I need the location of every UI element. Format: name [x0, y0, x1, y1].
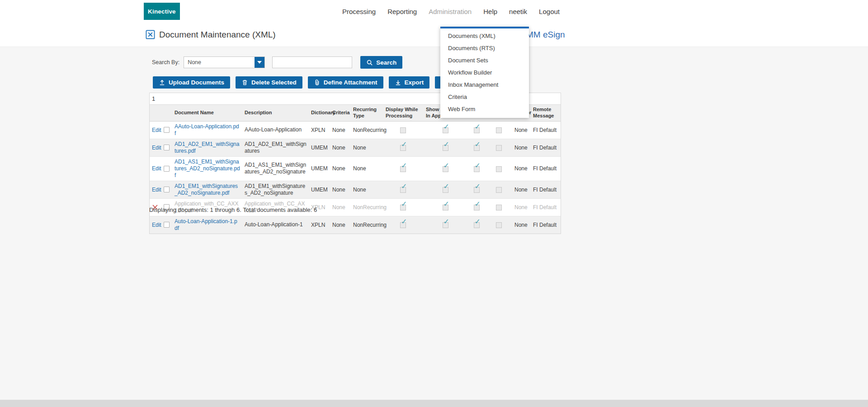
- dictionary-cell: UMEM: [309, 157, 330, 181]
- edit-link[interactable]: Edit: [152, 187, 161, 193]
- show-other-app-checked-indicator: ✓: [443, 165, 449, 172]
- archive-cell: ✓: [468, 216, 486, 234]
- define-attachment-button[interactable]: Define Attachment: [308, 76, 383, 89]
- show-other-app-checked-indicator: ✓: [443, 221, 449, 228]
- document-name-link[interactable]: Auto-Loan-Application-1.pdf: [175, 218, 240, 232]
- display-while-processing-cell: ✓: [383, 216, 424, 234]
- vendor-cell: None: [512, 139, 531, 156]
- edit-link[interactable]: Edit: [152, 222, 161, 228]
- description-cell: AAuto-Loan-Application: [242, 122, 309, 139]
- dictionary-cell: XPLN: [309, 216, 330, 234]
- nav-item-help[interactable]: Help: [483, 8, 497, 15]
- attachment-cell: [486, 157, 512, 181]
- column-header-description: Description: [242, 105, 309, 121]
- table-row: Edit AD1_EM1_withSignatures_AD2_noSignat…: [150, 181, 561, 198]
- remote-message-cell: FI Default: [531, 199, 561, 216]
- page-number[interactable]: 1: [152, 95, 155, 102]
- esign-brand: MM eSign: [526, 23, 565, 47]
- remote-message-cell: FI Default: [531, 139, 561, 156]
- nav-item-neetik[interactable]: neetik: [509, 8, 527, 15]
- description-cell: Auto-Loan-Application-1: [242, 216, 309, 234]
- row-checkbox[interactable]: [164, 145, 170, 150]
- recurring-type-cell: NonRecurring: [351, 199, 383, 216]
- table-row: Edit AD1_AS1_EM1_withSignatures_AD2_noSi…: [150, 156, 561, 181]
- paperclip-icon: [314, 79, 321, 86]
- document-name-cell: AD1_AD2_EM1_withSignatures.pdf: [172, 139, 242, 156]
- table-body: Edit AAuto-Loan-Application.pdf AAuto-Lo…: [150, 122, 561, 234]
- remote-message-cell: FI Default: [531, 216, 561, 234]
- select-cell: [161, 139, 172, 156]
- display-while-processing-cell: ✓: [383, 199, 424, 216]
- documents-summary: Displaying documents: 1 through 6. Total…: [149, 206, 317, 213]
- vendor-cell: None: [512, 216, 531, 234]
- attachment-cell: [486, 139, 512, 156]
- export-button[interactable]: Export: [389, 76, 430, 89]
- archive-checked-indicator: ✓: [474, 126, 481, 133]
- attachment-cell: [486, 122, 512, 139]
- vendor-cell: None: [512, 199, 531, 216]
- document-name-link[interactable]: AD1_AD2_EM1_withSignatures.pdf: [175, 141, 240, 154]
- select-cell: [161, 216, 172, 234]
- dictionary-cell: XPLN: [309, 122, 330, 139]
- display-while-processing-checked-indicator: ✓: [400, 221, 407, 228]
- table-row: Edit Auto-Loan-Application-1.pdf Auto-Lo…: [150, 216, 561, 234]
- row-checkbox[interactable]: [164, 187, 170, 192]
- show-other-app-checked-indicator: ✓: [443, 204, 449, 211]
- recurring-type-cell: None: [351, 181, 383, 198]
- nav-item-processing[interactable]: Processing: [342, 8, 376, 15]
- bottom-strip: [0, 400, 868, 407]
- show-other-app-cell: ✓: [424, 181, 468, 198]
- row-checkbox[interactable]: [164, 166, 170, 172]
- search-input[interactable]: [272, 56, 352, 68]
- criteria-cell: None: [330, 122, 351, 139]
- remote-message-cell: FI Default: [531, 157, 561, 181]
- archive-cell: ✓: [468, 199, 486, 216]
- kinective-logo[interactable]: Kinective: [144, 3, 180, 20]
- button-label: Define Attachment: [324, 79, 377, 86]
- document-name-link[interactable]: AAuto-Loan-Application.pdf: [175, 123, 240, 137]
- document-name-cell: Auto-Loan-Application-1.pdf: [172, 216, 242, 234]
- display-while-processing-cell: ✓: [383, 181, 424, 198]
- recurring-type-cell: None: [351, 139, 383, 156]
- dictionary-cell: UMEM: [309, 139, 330, 156]
- search-by-select[interactable]: None: [184, 56, 265, 68]
- vendor-cell: None: [512, 157, 531, 181]
- attachment-unchecked-indicator: [496, 221, 503, 228]
- edit-link[interactable]: Edit: [152, 145, 161, 151]
- edit-link[interactable]: Edit: [152, 127, 161, 133]
- document-name-cell: AAuto-Loan-Application.pdf: [172, 122, 242, 139]
- archive-checked-indicator: ✓: [474, 144, 481, 151]
- upload-documents-button[interactable]: Upload Documents: [153, 76, 230, 89]
- attachment-unchecked-indicator: [496, 165, 503, 172]
- attachment-unchecked-indicator: [496, 186, 503, 193]
- attachment-cell: [486, 181, 512, 198]
- criteria-cell: None: [330, 199, 351, 216]
- nav-item-administration[interactable]: Administration: [429, 8, 472, 15]
- top-navbar: Kinective ProcessingReportingAdministrat…: [0, 0, 868, 23]
- show-other-app-cell: ✓: [424, 199, 468, 216]
- menu-item-documents-rts[interactable]: Documents (RTS): [440, 42, 529, 54]
- menu-item-document-sets[interactable]: Document Sets: [440, 54, 529, 66]
- menu-item-documents-xml[interactable]: Documents (XML): [440, 30, 529, 42]
- menu-item-workflow-builder[interactable]: Workflow Builder: [440, 66, 529, 79]
- show-other-app-cell: ✓: [424, 139, 468, 156]
- column-header-remote-message: Remote Message: [531, 105, 561, 121]
- nav-item-reporting[interactable]: Reporting: [387, 8, 417, 15]
- document-name-link[interactable]: AD1_EM1_withSignatures_AD2_noSignature.p…: [175, 183, 240, 196]
- menu-item-criteria[interactable]: Criteria: [440, 91, 529, 103]
- search-button[interactable]: Search: [360, 56, 402, 69]
- attachment-cell: [486, 199, 512, 216]
- edit-link[interactable]: Edit: [152, 165, 161, 172]
- search-button-label: Search: [376, 59, 396, 66]
- delete-selected-button[interactable]: Delete Selected: [236, 76, 302, 89]
- nav-item-logout[interactable]: Logout: [539, 8, 560, 15]
- action-cell: Edit: [150, 139, 161, 156]
- document-name-link[interactable]: AD1_AS1_EM1_withSignatures_AD2_noSignatu…: [175, 159, 240, 179]
- description-cell: AD1_AS1_EM1_withSignatures_AD2_noSignatu…: [242, 157, 309, 181]
- menu-item-web-form[interactable]: Web Form: [440, 103, 529, 115]
- page-title: Document Maintenance (XML): [159, 30, 276, 40]
- row-checkbox[interactable]: [164, 222, 170, 228]
- menu-item-inbox-management[interactable]: Inbox Management: [440, 79, 529, 91]
- row-checkbox[interactable]: [164, 127, 170, 133]
- archive-checked-indicator: ✓: [474, 186, 481, 193]
